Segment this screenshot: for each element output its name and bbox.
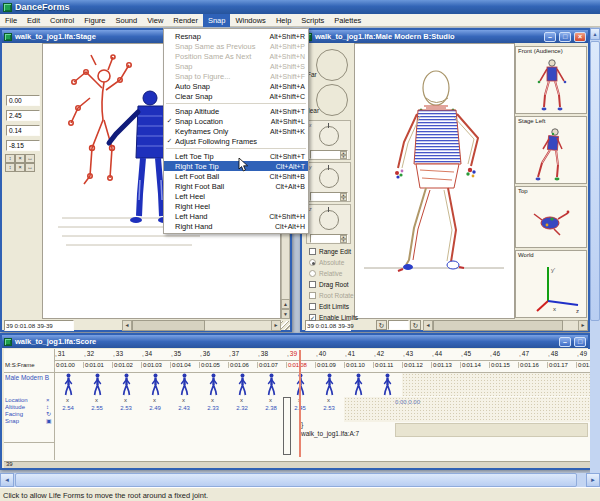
altitude-value[interactable]: 2.53 [114, 405, 138, 412]
dial-value-field[interactable]: ▴▾ [310, 192, 348, 201]
checkbox-unchecked-icon[interactable] [309, 303, 316, 310]
track-figure-icon[interactable] [266, 373, 277, 396]
location-keyframe-mark[interactable]: x [182, 397, 185, 403]
track-figure-icon[interactable] [353, 373, 364, 396]
menu-palettes[interactable]: Palettes [329, 14, 366, 27]
playhead-line[interactable] [299, 350, 301, 457]
checkbox-unchecked-icon[interactable] [309, 292, 316, 299]
checkbox-unchecked-icon[interactable] [309, 281, 316, 288]
rotate-view-icon[interactable]: ↻ [376, 320, 387, 330]
snap-item-left-foot-ball[interactable]: Left Foot BallClt+Shift+B [164, 171, 308, 181]
frame-number[interactable]: 44 [432, 350, 442, 357]
radio-unchecked-icon[interactable] [309, 270, 316, 277]
menu-file[interactable]: File [0, 14, 22, 27]
score-titlebar[interactable]: walk_to_jog1.lfa:Score – □ [2, 335, 588, 348]
resize-grip[interactable] [281, 321, 290, 330]
location-keyframe-mark[interactable]: x [211, 397, 214, 403]
option-drag-root[interactable]: Drag Root [309, 280, 349, 289]
clear-icon[interactable]: × [15, 163, 25, 172]
scroll-up-icon[interactable]: ▲ [590, 28, 600, 40]
frame-field[interactable] [388, 320, 409, 330]
track-figure-icon[interactable] [382, 373, 393, 396]
studio-titlebar[interactable]: walk_to_jog1.lfa:Male Modern B:Studio – … [302, 30, 588, 43]
spin-down-icon[interactable]: ▾ [340, 155, 347, 159]
frame-time[interactable]: 0:01.05 [199, 362, 220, 368]
frame-time[interactable]: 0:01.00 [54, 362, 75, 368]
location-keyframe-mark[interactable]: x [153, 397, 156, 403]
blue-figure[interactable] [109, 91, 170, 223]
menu-windows[interactable]: Windows [230, 14, 270, 27]
track-figure-icon[interactable] [324, 373, 335, 396]
track-figure-icon[interactable] [237, 373, 248, 396]
clip-selection-band[interactable] [395, 423, 588, 437]
dial-circle-icon[interactable] [319, 126, 339, 146]
clip-label[interactable]: walk_to_jog1.lfa:A:7 [301, 430, 359, 437]
menu-render[interactable]: Render [168, 14, 203, 27]
frame-number[interactable]: 39 [287, 350, 297, 357]
frame-number[interactable]: 38 [258, 350, 268, 357]
scroll-left-icon[interactable]: ◄ [423, 320, 433, 331]
move-horizontal-icon[interactable]: ↔ [25, 154, 35, 163]
checkbox-unchecked-icon[interactable] [309, 248, 316, 255]
scroll-up-icon[interactable]: ▲ [281, 299, 290, 309]
app-horizontal-scrollbar[interactable]: ◄ ► [0, 473, 600, 487]
dial-circle-icon[interactable] [319, 210, 339, 230]
menu-view[interactable]: View [142, 14, 168, 27]
frame-time[interactable]: 0:01.09 [315, 362, 336, 368]
snap-item-snap-altitude[interactable]: Snap AltitudeAlt+Shift+T [164, 106, 308, 116]
track-figure-icon[interactable] [92, 373, 103, 396]
app-titlebar[interactable]: DanceForms [0, 0, 600, 14]
camera-near-dial[interactable] [316, 84, 348, 116]
frame-number[interactable]: 41 [345, 350, 355, 357]
frame-time[interactable]: 0:01.16 [518, 362, 539, 368]
snap-item-auto-snap[interactable]: Auto SnapAlt+Shift+A [164, 81, 308, 91]
minimize-icon[interactable]: – [544, 32, 556, 42]
scroll-down-icon[interactable]: ▼ [281, 309, 290, 319]
studio-hscroll-thumb[interactable] [433, 320, 563, 331]
dial-value-field[interactable]: ▴▾ [310, 234, 348, 243]
track-figure-icon[interactable] [150, 373, 161, 396]
option-edit-limits[interactable]: Edit Limits [309, 302, 349, 311]
snap-item-clear-snap[interactable]: Clear SnapAlt+Shift+C [164, 91, 308, 101]
frame-number[interactable]: 49 [577, 350, 587, 357]
red-wireframe-figure[interactable] [69, 55, 131, 184]
frame-time[interactable]: 0:01.07 [257, 362, 278, 368]
stage-field-2[interactable]: 0.14 [6, 125, 40, 136]
maximize-icon[interactable]: □ [574, 337, 586, 347]
menu-scripts[interactable]: Scripts [296, 14, 329, 27]
rotation-dial-z[interactable]: z▴▾ [306, 204, 351, 244]
frame-number[interactable]: 43 [403, 350, 413, 357]
frame-number[interactable]: 42 [374, 350, 384, 357]
dial-circle-icon[interactable] [319, 168, 339, 188]
location-keyframe-mark[interactable]: x [95, 397, 98, 403]
altitude-value[interactable]: 2.38 [259, 405, 283, 412]
frame-number[interactable]: 48 [548, 350, 558, 357]
rotation-dial-y[interactable]: y▴▾ [306, 162, 351, 202]
spin-down-icon[interactable]: ▾ [340, 197, 347, 201]
scroll-left-icon[interactable]: ◄ [0, 473, 14, 487]
snap-item-resnap[interactable]: ResnapAlt+Shift+R [164, 31, 308, 41]
frame-time[interactable]: 0:01.03 [141, 362, 162, 368]
frame-number[interactable]: 31 [55, 350, 65, 357]
view-world[interactable]: World y' x z [515, 250, 587, 318]
frame-time[interactable]: 0:01.14 [460, 362, 481, 368]
view-stage-left[interactable]: Stage Left [515, 116, 587, 184]
altitude-value[interactable]: 2.53 [317, 405, 341, 412]
menu-figure[interactable]: Figure [79, 14, 110, 27]
location-keyframe-mark[interactable]: x [327, 397, 330, 403]
frame-time[interactable]: 0:01.01 [83, 362, 104, 368]
menu-help[interactable]: Help [271, 14, 296, 27]
frame-time[interactable]: 0:01.15 [489, 362, 510, 368]
score-timeline[interactable]: M:S:Frame Male Modern B 0.00,0.00 } walk… [4, 349, 590, 468]
snap-item-right-toe-tip[interactable]: Right Toe TipClt+Alt+T [164, 161, 308, 171]
scroll-right-icon[interactable]: ► [578, 320, 588, 331]
track-figure-icon[interactable] [121, 373, 132, 396]
radio-checked-icon[interactable] [309, 259, 316, 266]
stage-field-3[interactable]: -8.15 [6, 140, 40, 151]
delete-icon[interactable]: × [15, 154, 25, 163]
frame-number[interactable]: 45 [461, 350, 471, 357]
frame-number[interactable]: 33 [113, 350, 123, 357]
frame-time[interactable]: 0:01.11 [373, 362, 393, 368]
altitude-value[interactable]: 2.49 [143, 405, 167, 412]
stage-field-1[interactable]: 2.45 [6, 110, 40, 121]
